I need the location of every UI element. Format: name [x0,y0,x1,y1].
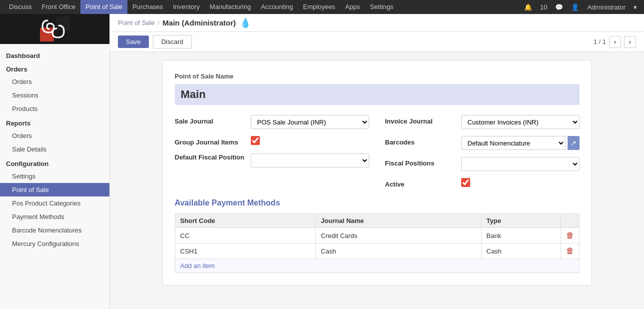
group-journal-value [251,136,369,146]
sidebar-item-barcode-nomenclatures[interactable]: Barcode Nomenclatures [0,224,109,237]
invoice-journal-value: Customer Invoices (INR) [461,115,580,129]
sidebar-item-pos-product-categories[interactable]: Pos Product Categories [0,196,109,210]
active-label: Active [385,178,455,188]
default-fiscal-row: Default Fiscal Position [175,154,369,168]
next-record-button[interactable]: › [624,36,636,48]
sidebar-item-sale-details[interactable]: Sale Details [0,142,109,156]
add-item-row[interactable]: Add an item [175,259,579,273]
sidebar-item-point-of-sale[interactable]: Point of Sale [0,183,109,196]
sidebar-item-config-settings[interactable]: Settings [0,170,109,183]
invoice-journal-row: Invoice Journal Customer Invoices (INR) [385,115,580,129]
barcodes-value: Default Nomenclature ↗ [461,136,580,150]
breadcrumb-current: Main (Administrator) [162,18,236,27]
sidebar-item-sessions[interactable]: Sessions [0,88,109,102]
nav-manufacturing[interactable]: Manufacturing [205,0,256,14]
form-scroll-area: Point of Sale Name Main Sale Journal POS… [110,52,644,309]
barcodes-select[interactable]: Default Nomenclature [461,136,566,150]
section-dashboard: Dashboard [0,48,109,62]
group-journal-checkbox[interactable] [251,136,260,145]
sale-journal-label: Sale Journal [175,115,245,125]
active-checkbox[interactable] [461,178,470,187]
topnav-right: 🔔 10 💬 👤 Administrator ▾ [521,4,640,11]
app-logo [40,16,70,42]
breadcrumb-parent[interactable]: Point of Sale [118,19,155,26]
sidebar-item-products[interactable]: Products [0,102,109,116]
sidebar-nav: Dashboard Orders Orders Sessions Product… [0,44,109,254]
sidebar-item-reports-orders[interactable]: Orders [0,129,109,142]
nav-point-of-sale[interactable]: Point of Sale [80,0,127,14]
discard-button[interactable]: Discard [153,35,192,48]
user-avatar[interactable]: 👤 [568,4,582,11]
default-fiscal-select[interactable] [251,154,369,168]
active-row: Active [385,178,580,188]
section-reports: Reports [0,116,109,129]
cell-type-1: Bank [481,228,561,244]
sidebar-item-mercury-configurations[interactable]: Mercury Configurations [0,237,109,250]
delete-row-1-button[interactable]: 🗑 [566,231,574,240]
notification-count: 10 [537,4,550,11]
section-configuration: Configuration [0,156,109,170]
active-value [461,178,580,188]
main-layout: Dashboard Orders Orders Sessions Product… [0,14,644,309]
col-short-code: Short Code [175,214,316,228]
nav-inventory[interactable]: Inventory [168,0,204,14]
delete-row-2-button[interactable]: 🗑 [566,246,574,256]
fiscal-positions-label: Fiscal Positions [385,157,455,167]
col-actions [561,214,579,228]
nav-purchases[interactable]: Purchases [127,0,168,14]
notification-icon[interactable]: 🔔 [521,4,535,11]
form-card: Point of Sale Name Main Sale Journal POS… [162,60,592,286]
payment-methods-table: Short Code Journal Name Type CC Credit C… [175,214,580,273]
nav-accounting[interactable]: Accounting [256,0,298,14]
nav-employees[interactable]: Employees [298,0,340,14]
barcodes-row: Barcodes Default Nomenclature ↗ [385,136,580,150]
payment-methods-title: Available Payment Methods [175,198,580,208]
sidebar-logo[interactable] [0,14,109,44]
nav-discuss[interactable]: Discuss [4,0,37,14]
pagination: 1 / 1 ‹ › [594,36,636,48]
logo-swirl [40,16,70,42]
default-fiscal-label: Default Fiscal Position [175,154,245,161]
user-menu-chevron[interactable]: ▾ [631,4,640,11]
table-row: CC Credit Cards Bank 🗑 [175,228,579,244]
sidebar-item-orders[interactable]: Orders [0,75,109,88]
section-orders: Orders [0,62,109,75]
record-status-dot: 💧 [240,18,251,28]
user-name[interactable]: Administrator [584,4,629,11]
pos-name-field[interactable]: Main [175,84,580,105]
form-section-title: Point of Sale Name [175,72,580,80]
sidebar-item-payment-methods[interactable]: Payment Methods [0,210,109,224]
pagination-count: 1 / 1 [594,38,606,46]
sale-journal-select[interactable]: POS Sale Journal (INR) [251,115,369,129]
toolbar: Save Discard 1 / 1 ‹ › [110,32,644,52]
chat-icon[interactable]: 💬 [552,4,566,11]
barcodes-label: Barcodes [385,136,455,146]
sidebar: Dashboard Orders Orders Sessions Product… [0,14,110,309]
default-fiscal-label-text: Default Fiscal Position [175,154,244,161]
add-item-label[interactable]: Add an item [175,259,579,273]
barcodes-external-link-button[interactable]: ↗ [568,136,580,150]
prev-record-button[interactable]: ‹ [609,36,621,48]
default-fiscal-value [251,154,369,168]
cell-type-2: Cash [481,244,561,259]
cell-delete-1: 🗑 [561,228,579,244]
nav-front-office[interactable]: Front Office [37,0,81,14]
nav-settings[interactable]: Settings [365,0,399,14]
right-fields: Invoice Journal Customer Invoices (INR) … [385,115,580,188]
left-fields: Sale Journal POS Sale Journal (INR) Grou… [175,115,369,188]
nav-apps[interactable]: Apps [340,0,365,14]
invoice-journal-select[interactable]: Customer Invoices (INR) [461,115,580,129]
save-button[interactable]: Save [118,36,149,48]
cell-short-code-1: CC [175,228,316,244]
fiscal-positions-row: Fiscal Positions [385,157,580,171]
payment-methods-section: Available Payment Methods Short Code Jou… [175,198,580,273]
sale-journal-value: POS Sale Journal (INR) [251,115,369,129]
fields-grid: Sale Journal POS Sale Journal (INR) Grou… [175,115,580,188]
breadcrumb: Point of Sale / Main (Administrator) 💧 [110,14,644,32]
col-type: Type [481,214,561,228]
fiscal-positions-select[interactable] [461,157,580,171]
cell-journal-name-1: Credit Cards [316,228,481,244]
breadcrumb-separator: / [158,19,160,26]
table-header-row: Short Code Journal Name Type [175,214,579,228]
group-journal-row: Group Journal Items [175,136,369,146]
